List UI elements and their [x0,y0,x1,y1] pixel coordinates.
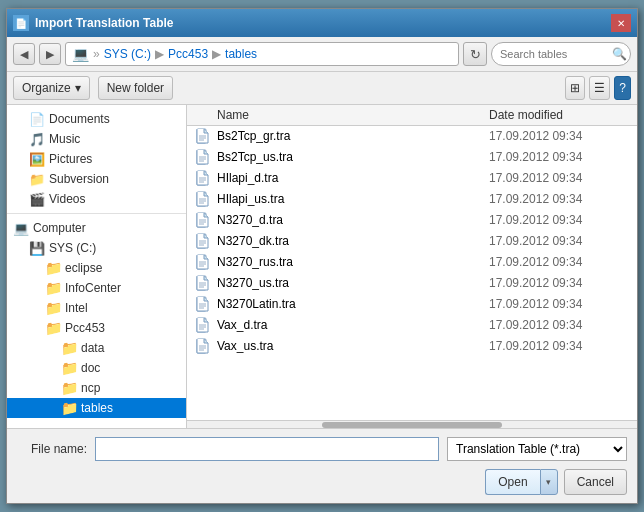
file-name: Bs2Tcp_us.tra [217,150,489,164]
table-row[interactable]: HIlapi_us.tra 17.09.2012 09:34 [187,189,637,210]
sidebar-item-videos[interactable]: 🎬 Videos [7,189,186,209]
open-dropdown-button[interactable]: ▾ [540,469,558,495]
open-button[interactable]: Open [485,469,539,495]
import-dialog: 📄 Import Translation Table ✕ ◀ ▶ 💻 » SYS… [6,8,638,504]
table-row[interactable]: N3270Latin.tra 17.09.2012 09:34 [187,294,637,315]
breadcrumb-sysc[interactable]: SYS (C:) [104,47,151,61]
videos-icon: 🎬 [29,191,45,207]
new-folder-button[interactable]: New folder [98,76,173,100]
col-date-header: Date modified [489,108,629,122]
col-name-header: Name [217,108,489,122]
sidebar-item-pictures-label: Pictures [49,152,92,166]
file-icon [195,233,211,249]
left-panel: 📄 Documents 🎵 Music 🖼️ Pictures 📁 Subver… [7,105,187,428]
music-icon: 🎵 [29,131,45,147]
refresh-button[interactable]: ↻ [463,42,487,66]
table-row[interactable]: Vax_d.tra 17.09.2012 09:34 [187,315,637,336]
search-input[interactable] [491,42,631,66]
breadcrumb-sep2: ▶ [155,47,164,61]
breadcrumb-tables[interactable]: tables [225,47,257,61]
table-row[interactable]: N3270_us.tra 17.09.2012 09:34 [187,273,637,294]
file-date: 17.09.2012 09:34 [489,171,629,185]
search-button[interactable]: 🔍 [612,47,627,61]
sidebar-item-pictures[interactable]: 🖼️ Pictures [7,149,186,169]
sidebar-item-infocenter[interactable]: 📁 InfoCenter [7,278,186,298]
file-date: 17.09.2012 09:34 [489,255,629,269]
file-date: 17.09.2012 09:34 [489,150,629,164]
intel-icon: 📁 [45,300,61,316]
cancel-button[interactable]: Cancel [564,469,627,495]
open-split-button[interactable]: Open ▾ [485,469,557,495]
sidebar-item-music-label: Music [49,132,80,146]
address-bar: ◀ ▶ 💻 » SYS (C:) ▶ Pcc453 ▶ tables ↻ 🔍 [7,37,637,72]
organize-button[interactable]: Organize ▾ [13,76,90,100]
table-row[interactable]: N3270_rus.tra 17.09.2012 09:34 [187,252,637,273]
table-row[interactable]: Bs2Tcp_gr.tra 17.09.2012 09:34 [187,126,637,147]
file-icon [195,212,211,228]
breadcrumb-separator: » [93,47,100,61]
file-icon [195,128,211,144]
sidebar-item-data[interactable]: 📁 data [7,338,186,358]
horizontal-scrollbar[interactable] [187,420,637,428]
file-name: N3270Latin.tra [217,297,489,311]
pcc453-icon: 📁 [45,320,61,336]
file-icon [195,191,211,207]
sidebar-item-tables-label: tables [81,401,113,415]
file-icon [195,170,211,186]
table-row[interactable]: Bs2Tcp_us.tra 17.09.2012 09:34 [187,147,637,168]
sidebar-item-doc[interactable]: 📁 doc [7,358,186,378]
table-row[interactable]: N3270_d.tra 17.09.2012 09:34 [187,210,637,231]
table-row[interactable]: N3270_dk.tra 17.09.2012 09:34 [187,231,637,252]
close-button[interactable]: ✕ [611,14,631,32]
sidebar-item-sysc[interactable]: 💾 SYS (C:) [7,238,186,258]
details-view-button[interactable]: ☰ [589,76,610,100]
eclipse-icon: 📁 [45,260,61,276]
filename-input[interactable] [95,437,439,461]
file-icon [195,317,211,333]
organize-label: Organize [22,81,71,95]
doc-icon: 📁 [61,360,77,376]
view-controls: ⊞ ☰ ? [565,76,631,100]
title-bar-controls: ✕ [611,14,631,32]
breadcrumb-sep3: ▶ [212,47,221,61]
sidebar-item-ncp[interactable]: 📁 ncp [7,378,186,398]
file-date: 17.09.2012 09:34 [489,213,629,227]
sidebar-item-subversion[interactable]: 📁 Subversion [7,169,186,189]
file-name: Vax_d.tra [217,318,489,332]
sidebar-item-pcc453[interactable]: 📁 Pcc453 [7,318,186,338]
subversion-icon: 📁 [29,171,45,187]
bottom-bar: File name: Translation Table (*.tra)All … [7,428,637,503]
documents-icon: 📄 [29,111,45,127]
file-name: Vax_us.tra [217,339,489,353]
sidebar-item-computer[interactable]: 💻 Computer [7,218,186,238]
back-button[interactable]: ◀ [13,43,35,65]
sidebar-item-tables[interactable]: 📁 tables [7,398,186,418]
action-row: Open ▾ Cancel [17,469,627,495]
sidebar-item-music[interactable]: 🎵 Music [7,129,186,149]
filename-label: File name: [17,442,87,456]
tree-divider-1 [7,213,186,214]
search-wrapper: 🔍 [491,42,631,66]
sidebar-item-documents[interactable]: 📄 Documents [7,109,186,129]
pictures-icon: 🖼️ [29,151,45,167]
file-name: Bs2Tcp_gr.tra [217,129,489,143]
sidebar-item-eclipse[interactable]: 📁 eclipse [7,258,186,278]
file-icon [195,338,211,354]
help-button[interactable]: ? [614,76,631,100]
sidebar-item-pcc453-label: Pcc453 [65,321,105,335]
sidebar-item-intel-label: Intel [65,301,88,315]
data-icon: 📁 [61,340,77,356]
sidebar-item-data-label: data [81,341,104,355]
breadcrumb-pcc453[interactable]: Pcc453 [168,47,208,61]
forward-button[interactable]: ▶ [39,43,61,65]
sidebar-item-intel[interactable]: 📁 Intel [7,298,186,318]
filetype-select[interactable]: Translation Table (*.tra)All Files (*.*) [447,437,627,461]
title-bar: 📄 Import Translation Table ✕ [7,9,637,37]
table-row[interactable]: HIlapi_d.tra 17.09.2012 09:34 [187,168,637,189]
sidebar-item-ncp-label: ncp [81,381,100,395]
breadcrumb-icon: 💻 [72,46,89,62]
views-button[interactable]: ⊞ [565,76,585,100]
organize-chevron-icon: ▾ [75,81,81,95]
table-row[interactable]: Vax_us.tra 17.09.2012 09:34 [187,336,637,357]
main-content: 📄 Documents 🎵 Music 🖼️ Pictures 📁 Subver… [7,105,637,428]
